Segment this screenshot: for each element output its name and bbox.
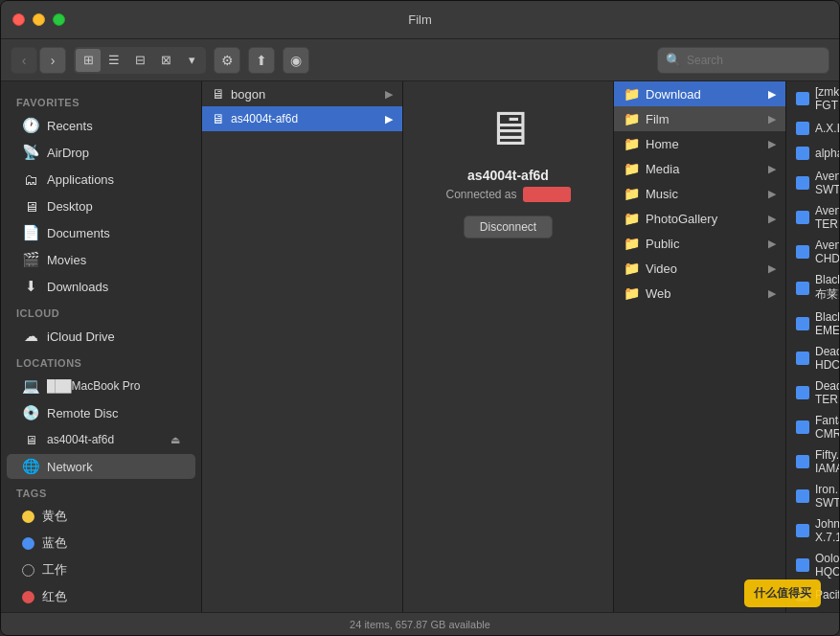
action-button[interactable]: ⚙ [214,47,240,74]
favorites-header: Favorites [1,89,201,112]
view-options-button[interactable]: ▾ [179,49,204,72]
home-arrow: ▶ [768,138,776,150]
documents-icon: 📄 [22,224,39,241]
airdrop-icon: 📡 [22,144,39,161]
maximize-button[interactable] [53,13,65,26]
tag-button[interactable]: ◉ [283,47,309,74]
work-tag-dot [22,564,34,577]
file-item[interactable]: Black.Panthe...5-EMERALD ▶ [786,307,839,341]
file-item[interactable]: Deadpool.2....65-TERMiNAL ▶ [786,375,839,410]
sidebar-item-documents[interactable]: 📄 Documents [7,220,195,245]
file-icon [796,420,809,434]
folder-list-panel: 📁 Download ▶ 📁 Film ▶ 📁 Home ▶ 📁 Media [614,81,786,612]
folder-label: Music [646,187,678,201]
folder-label: Web [646,286,671,301]
folder-music[interactable]: 📁 Music ▶ [614,181,785,206]
disconnect-button[interactable]: Disconnect [464,216,553,238]
icon-view-button[interactable]: ⊞ [76,49,101,72]
file-item[interactable]: Pacific.Rim.2...TUTTERSHIT ▶ [786,582,839,607]
sidebar-item-label: as4004t-af6d [47,433,114,446]
sidebar-item-tag-yellow[interactable]: 黄色 [7,504,195,529]
locations-header: Locations [1,350,201,373]
file-icon [796,455,809,468]
sidebar-item-desktop[interactable]: 🖥 Desktop [7,193,195,218]
home-folder-icon: 📁 [624,136,640,151]
file-icon [796,122,809,135]
sidebar-item-airdrop[interactable]: 📡 AirDrop [7,140,195,165]
sidebar-item-icloud-drive[interactable]: ☁ iCloud Drive [7,324,195,349]
red-tag-dot [22,591,34,603]
sidebar-item-applications[interactable]: 🗂 Applications [7,167,195,192]
sidebar-item-tag-work[interactable]: 工作 [7,557,195,582]
sidebar-item-downloads[interactable]: ⬇ Downloads [7,274,195,299]
sidebar-item-label: Downloads [47,280,108,294]
gallery-view-button[interactable]: ⊠ [153,49,178,72]
sidebar-item-label: AirDrop [47,146,89,160]
file-icon [796,211,809,224]
file-item[interactable]: Avengers.Ag...os-SWTYBLZ ▶ [786,166,839,200]
forward-button[interactable]: › [39,47,66,74]
column-view-button[interactable]: ⊟ [127,49,152,72]
eject-icon[interactable]: ⏏ [170,434,180,446]
sidebar-item-tag-red[interactable]: 红色 [7,584,195,609]
remote-disc-icon: 💿 [22,404,39,421]
sidebar-item-network[interactable]: 🌐 Network [7,454,195,479]
file-item[interactable]: Avengers.Infi...5.10bit-CHD ▶ [786,235,839,269]
folder-web[interactable]: 📁 Web ▶ [614,281,785,306]
sidebar-item-as4004t[interactable]: 🖥 as4004t-af6d ⏏ [7,427,195,452]
file-icon [796,524,809,537]
list-view-button[interactable]: ☰ [102,49,126,72]
file-item[interactable]: Black.Books.布莱克书店 ▶ [786,269,839,307]
back-button[interactable]: ‹ [11,47,37,74]
file-name: Oolong.Cour...VC.AAC-HQC [815,552,839,579]
folder-home[interactable]: 📁 Home ▶ [614,131,785,156]
file-item[interactable]: Fantastic.Be...-CMRG[TGx] ▶ [786,410,839,444]
web-arrow: ▶ [768,287,776,300]
sidebar-item-macbook-pro[interactable]: 💻 ███MacBook Pro [7,374,195,398]
file-item[interactable]: Avengers.Ag...5-TERMiNAL ▶ [786,200,839,235]
traffic-lights [12,13,65,26]
file-name: alphago.201...naline[EtHD] [815,147,839,160]
connected-as-row: Connected as [445,187,570,202]
photogallery-arrow: ▶ [768,213,776,225]
folder-media[interactable]: 📁 Media ▶ [614,156,785,181]
search-box[interactable]: 🔍 Search [657,47,829,74]
col1-bogon[interactable]: 🖥 bogon ▶ [202,81,402,106]
col1-as4004t[interactable]: 🖥 as4004t-af6d ▶ [202,106,402,131]
file-icon [796,92,809,105]
sidebar-item-label: Applications [47,172,114,187]
file-item[interactable]: alphago.201...naline[EtHD] ▶ [786,141,839,166]
file-item[interactable]: [zmk.tw]Dea....MA.7.1-FGT ▶ [786,81,839,116]
folder-label: Home [646,137,679,151]
file-item[interactable]: A.X.L.2018....ECKOS[rarbg] ▶ [786,116,839,141]
sidebar-item-label: 黄色 [42,508,67,525]
file-item[interactable]: Johnny.Engli...S-X.7.1-FGT ▶ [786,513,839,548]
folder-photogallery[interactable]: 📁 PhotoGallery ▶ [614,206,785,231]
window-title: Film [408,12,432,27]
files-panel: [zmk.tw]Dea....MA.7.1-FGT ▶ A.X.L.2018..… [786,81,839,612]
sidebar-item-movies[interactable]: 🎬 Movies [7,247,195,272]
as4004t-icon: 🖥 [212,111,225,126]
file-item[interactable]: Deadpool.2....64.DTS-HDC ▶ [786,341,839,375]
film-arrow: ▶ [768,113,776,125]
sidebar-item-remote-disc[interactable]: 💿 Remote Disc [7,400,195,425]
sidebar-item-tag-blue[interactable]: 蓝色 [7,531,195,556]
share-button[interactable]: ⬆ [248,47,275,74]
file-item[interactable]: Oolong.Cour...VC.AAC-HQC ▶ [786,548,839,582]
folder-video[interactable]: 📁 Video ▶ [614,256,785,281]
file-item[interactable]: Fifty.Shades....65-IAMABLE ▶ [786,444,839,479]
file-item[interactable]: Iron.Man.2.2....1-SWTYBLZ ▶ [786,479,839,513]
folder-public[interactable]: 📁 Public ▶ [614,231,785,256]
folder-film[interactable]: 📁 Film ▶ [614,106,785,131]
close-button[interactable] [12,13,25,26]
file-name: Black.Books.布莱克书店 [815,273,839,303]
sidebar-item-label: 蓝色 [42,534,67,552]
minimize-button[interactable] [33,13,45,26]
sidebar: Favorites 🕐 Recents 📡 AirDrop 🗂 Applicat… [1,81,202,612]
folder-label: Film [646,112,670,126]
sidebar-item-label: Documents [47,226,110,240]
sidebar-item-label: Remote Disc [47,406,118,420]
device-icon: 🖥 [485,101,533,156]
sidebar-item-recents[interactable]: 🕐 Recents [7,113,195,138]
folder-download[interactable]: 📁 Download ▶ [614,81,785,106]
